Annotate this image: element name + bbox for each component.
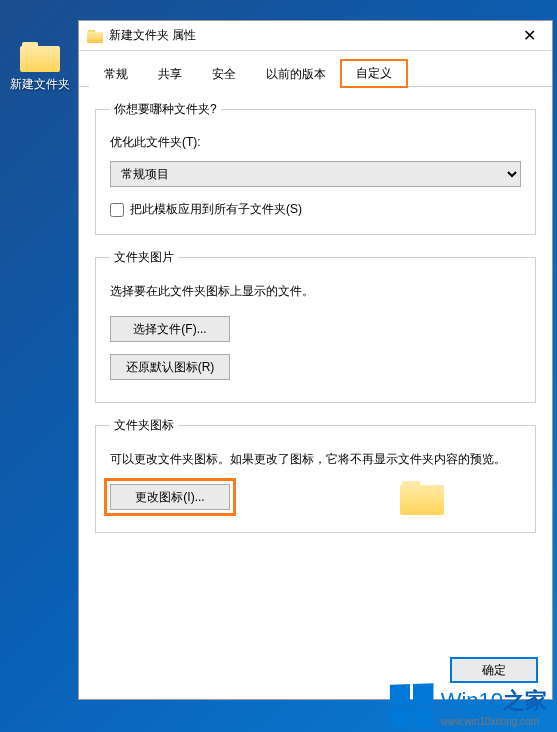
folder-icon-preview bbox=[400, 479, 444, 515]
close-icon: ✕ bbox=[523, 28, 536, 44]
folder-picture-desc: 选择要在此文件夹图标上显示的文件。 bbox=[110, 282, 521, 300]
folder-icon bbox=[20, 40, 60, 72]
properties-dialog: 新建文件夹 属性 ✕ 常规 共享 安全 以前的版本 自定义 你想要哪种文件夹? … bbox=[78, 20, 553, 700]
group-folder-type-legend: 你想要哪种文件夹? bbox=[110, 101, 221, 118]
tab-sharing[interactable]: 共享 bbox=[143, 61, 197, 87]
apply-to-subfolders-label: 把此模板应用到所有子文件夹(S) bbox=[130, 201, 302, 218]
change-icon-button[interactable]: 更改图标(I)... bbox=[110, 484, 230, 510]
folder-icon bbox=[87, 29, 103, 43]
choose-file-button[interactable]: 选择文件(F)... bbox=[110, 316, 230, 342]
watermark-url: www.win10xitong.com bbox=[441, 716, 547, 727]
ok-button[interactable]: 确定 bbox=[450, 657, 538, 683]
tab-customize[interactable]: 自定义 bbox=[341, 60, 407, 87]
restore-default-button[interactable]: 还原默认图标(R) bbox=[110, 354, 230, 380]
dialog-title: 新建文件夹 属性 bbox=[109, 27, 506, 44]
desktop-folder-label: 新建文件夹 bbox=[10, 76, 70, 93]
tab-content: 你想要哪种文件夹? 优化此文件夹(T): 常规项目 把此模板应用到所有子文件夹(… bbox=[79, 87, 552, 641]
group-folder-type: 你想要哪种文件夹? 优化此文件夹(T): 常规项目 把此模板应用到所有子文件夹(… bbox=[95, 101, 536, 235]
optimize-label: 优化此文件夹(T): bbox=[110, 134, 521, 151]
desktop-folder[interactable]: 新建文件夹 bbox=[10, 40, 70, 93]
tabstrip: 常规 共享 安全 以前的版本 自定义 bbox=[79, 51, 552, 87]
group-folder-picture: 文件夹图片 选择要在此文件夹图标上显示的文件。 选择文件(F)... 还原默认图… bbox=[95, 249, 536, 403]
tab-general[interactable]: 常规 bbox=[89, 61, 143, 87]
group-folder-picture-legend: 文件夹图片 bbox=[110, 249, 178, 266]
apply-to-subfolders-checkbox[interactable] bbox=[110, 203, 124, 217]
tab-security[interactable]: 安全 bbox=[197, 61, 251, 87]
folder-icon-desc: 可以更改文件夹图标。如果更改了图标，它将不再显示文件夹内容的预览。 bbox=[110, 450, 521, 468]
group-folder-icon: 文件夹图标 可以更改文件夹图标。如果更改了图标，它将不再显示文件夹内容的预览。 … bbox=[95, 417, 536, 533]
dialog-footer: 确定 bbox=[79, 641, 552, 699]
optimize-dropdown[interactable]: 常规项目 bbox=[110, 161, 521, 187]
titlebar: 新建文件夹 属性 ✕ bbox=[79, 21, 552, 51]
tab-previous-versions[interactable]: 以前的版本 bbox=[251, 61, 341, 87]
close-button[interactable]: ✕ bbox=[506, 21, 552, 51]
group-folder-icon-legend: 文件夹图标 bbox=[110, 417, 178, 434]
apply-to-subfolders-row[interactable]: 把此模板应用到所有子文件夹(S) bbox=[110, 201, 521, 218]
